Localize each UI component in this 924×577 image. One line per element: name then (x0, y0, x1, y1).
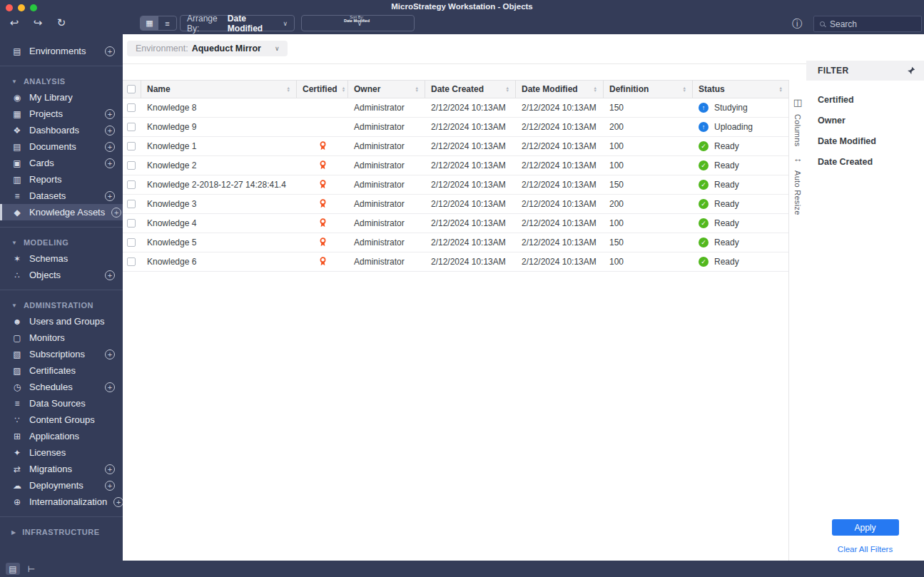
environment-dropdown[interactable]: Environment: Aqueduct Mirror ∨ (127, 41, 288, 56)
columns-icon[interactable]: ◫ (793, 97, 802, 108)
sidebar-item-my-library[interactable]: ◉My Library (0, 89, 123, 106)
pin-icon[interactable] (907, 66, 915, 75)
add-icon[interactable]: + (105, 191, 115, 201)
sidebar-item-migrations[interactable]: ⇄Migrations+ (0, 461, 123, 477)
columns-label[interactable]: Columns (793, 114, 802, 147)
back-icon[interactable]: ↩ (7, 16, 21, 30)
view-toggle[interactable]: ▦ ≡ (140, 16, 177, 31)
table-row[interactable]: Knowledge 6Administrator2/12/2024 10:13A… (123, 252, 788, 272)
auto-resize-icon[interactable]: ↔ (793, 153, 803, 164)
row-checkbox[interactable] (127, 219, 136, 228)
table-row[interactable]: Knowledge 4Administrator2/12/2024 10:13A… (123, 214, 788, 233)
table-row[interactable]: Knowledge 3Administrator2/12/2024 10:13A… (123, 195, 788, 214)
sidebar-item-cards[interactable]: ▣Cards+ (0, 155, 123, 171)
add-icon[interactable]: + (105, 349, 115, 359)
add-icon[interactable]: + (105, 109, 115, 119)
sort-icon[interactable]: ▲▼ (679, 86, 686, 93)
sort-icon[interactable]: ▲▼ (283, 86, 290, 93)
table-row[interactable]: Knowledge 5Administrator2/12/2024 10:13A… (123, 233, 788, 252)
sidebar-item-deployments[interactable]: ☁Deployments+ (0, 477, 123, 494)
info-icon[interactable]: ⓘ (792, 18, 803, 29)
grid-view-icon[interactable]: ▦ (141, 16, 158, 30)
add-icon[interactable]: + (111, 208, 121, 218)
arrange-by-dropdown[interactable]: Arrange By: Date Modified ∨ (180, 15, 295, 31)
cell-definition: 100 (604, 214, 693, 233)
add-icon[interactable]: + (113, 497, 123, 507)
filter-item-date-modified[interactable]: Date Modified (806, 131, 924, 151)
row-checkbox[interactable] (127, 123, 136, 131)
row-checkbox[interactable] (127, 103, 136, 112)
sidebar-section-analysis[interactable]: ▼ANALYSIS (0, 73, 123, 89)
sidebar-item-projects[interactable]: ▦Projects+ (0, 106, 123, 122)
sidebar-item-label: Objects (29, 270, 61, 280)
filter-item-owner[interactable]: Owner (806, 110, 924, 131)
row-checkbox[interactable] (127, 257, 136, 266)
sort-icon[interactable]: ▲▼ (337, 86, 345, 93)
filter-item-certified[interactable]: Certified (806, 89, 924, 110)
tree-view-icon[interactable]: ⊢ (24, 563, 39, 575)
forward-icon[interactable]: ↪ (31, 16, 45, 30)
add-icon[interactable]: + (105, 46, 115, 56)
sidebar-item-users-and-groups[interactable]: ☻Users and Groups (0, 313, 123, 330)
table-row[interactable]: Knowledge 8Administrator2/12/2024 10:13A… (123, 98, 788, 118)
sort-icon[interactable]: ▲▼ (502, 86, 509, 93)
column-header-status[interactable]: Status▲▼ (693, 81, 788, 98)
column-header-definition[interactable]: Definition▲▼ (604, 81, 693, 98)
filter-item-date-created[interactable]: Date Created (806, 151, 924, 172)
sidebar-item-content-groups[interactable]: ∵Content Groups (0, 412, 123, 428)
add-icon[interactable]: + (105, 158, 115, 168)
add-icon[interactable]: + (105, 270, 115, 280)
search-box[interactable] (813, 16, 922, 32)
column-header-date-modified[interactable]: Date Modified▲▼ (516, 81, 604, 98)
list-view-icon[interactable]: ≡ (158, 16, 176, 30)
add-icon[interactable]: + (105, 481, 115, 491)
table-row[interactable]: Knowledge 1Administrator2/12/2024 10:13A… (123, 137, 788, 156)
sidebar-item-data-sources[interactable]: ≡Data Sources (0, 395, 123, 412)
search-input[interactable] (830, 19, 915, 29)
table-row[interactable]: Knowledge 2Administrator2/12/2024 10:13A… (123, 156, 788, 175)
row-checkbox[interactable] (127, 161, 136, 170)
column-header-name[interactable]: Name▲▼ (141, 81, 297, 98)
sidebar-item-internationalization[interactable]: ⊕Internationalization+ (0, 494, 123, 510)
add-icon[interactable]: + (105, 382, 115, 392)
sidebar-item-schedules[interactable]: ◷Schedules+ (0, 379, 123, 395)
sidebar-item-monitors[interactable]: ▢Monitors (0, 330, 123, 346)
add-icon[interactable]: + (105, 142, 115, 152)
auto-resize-label[interactable]: Auto Resize (793, 170, 802, 215)
add-icon[interactable]: + (105, 126, 115, 136)
column-header-certified[interactable]: Certified▲▼ (297, 81, 348, 98)
sidebar-section-adminstration[interactable]: ▼ADMINSTRATION (0, 297, 123, 313)
row-checkbox[interactable] (127, 238, 136, 247)
sidebar-item-documents[interactable]: ▤Documents+ (0, 138, 123, 155)
row-checkbox[interactable] (127, 200, 136, 208)
apply-button[interactable]: Apply (832, 519, 899, 536)
table-row[interactable]: Knowledge 2-2018-12-27 14:28:41.4Adminis… (123, 175, 788, 195)
sidebar-item-dashboards[interactable]: ❖Dashboards+ (0, 122, 123, 138)
sidebar-item-datasets[interactable]: ≡Datasets+ (0, 188, 123, 204)
sort-icon[interactable]: ▲▼ (589, 86, 597, 93)
column-header-date-created[interactable]: Date Created▲▼ (425, 81, 516, 98)
clear-all-filters-link[interactable]: Clear All Filters (838, 545, 893, 553)
row-checkbox[interactable] (127, 142, 136, 150)
sidebar-item-applications[interactable]: ⊞Applications (0, 428, 123, 444)
sidebar-section-infrastructure[interactable]: ▶INFRASTRUCTURE (0, 524, 123, 540)
row-checkbox[interactable] (127, 180, 136, 189)
sort-icon[interactable]: ▲▼ (775, 86, 783, 93)
sidebar-item-objects[interactable]: ∴Objects+ (0, 267, 123, 283)
sidebar-item-environments[interactable]: ▤Environments+ (0, 43, 123, 59)
sort-by-dropdown[interactable]: Sort By: Date Modified ∨ (301, 15, 415, 31)
sidebar-item-certificates[interactable]: ▨Certificates (0, 362, 123, 379)
sidebar-item-subscriptions[interactable]: ▧Subscriptions+ (0, 346, 123, 362)
sidebar-item-knowledge-assets[interactable]: ◆Knowledge Assets+ (0, 204, 123, 220)
sidebar-section-modeling[interactable]: ▼MODELING (0, 235, 123, 250)
add-icon[interactable]: + (105, 464, 115, 474)
table-row[interactable]: Knowledge 9Administrator2/12/2024 10:13A… (123, 118, 788, 137)
sidebar-item-licenses[interactable]: ✦Licenses (0, 444, 123, 461)
sort-icon[interactable]: ▲▼ (411, 86, 419, 93)
sidebar-item-reports[interactable]: ▥Reports (0, 171, 123, 188)
refresh-icon[interactable]: ↻ (54, 16, 68, 30)
select-all-checkbox[interactable] (127, 85, 136, 93)
list-view-icon[interactable]: ▤ (6, 563, 20, 575)
sidebar-item-schemas[interactable]: ✶Schemas (0, 250, 123, 267)
column-header-owner[interactable]: Owner▲▼ (348, 81, 425, 98)
